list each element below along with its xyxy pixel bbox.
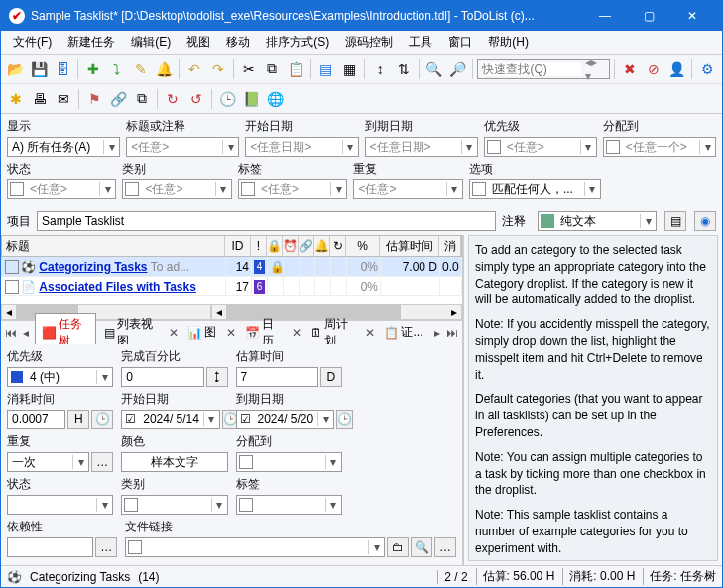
det-depend-btn[interactable]: …: [95, 537, 117, 557]
bell-icon[interactable]: 🔔: [153, 59, 175, 80]
det-pct[interactable]: 0: [121, 367, 203, 387]
det-repeat[interactable]: 一次▾: [7, 452, 89, 472]
menu-edit[interactable]: 编辑(E): [123, 32, 179, 53]
col-rep[interactable]: ↻: [330, 236, 346, 256]
menu-view[interactable]: 视图: [179, 32, 218, 53]
sort2-icon[interactable]: ⇅: [393, 59, 415, 80]
det-filelink[interactable]: ▾: [125, 537, 385, 557]
filter-opt[interactable]: 匹配任何人，...▾: [469, 179, 601, 199]
filter-due[interactable]: <任意日期>▾: [365, 137, 478, 157]
link-icon[interactable]: 🔗: [107, 88, 129, 110]
tab-chart[interactable]: 📊 图: [181, 322, 222, 343]
paste-icon[interactable]: 📋: [285, 59, 306, 80]
det-status[interactable]: ▾: [7, 495, 113, 515]
col-id[interactable]: ID: [225, 236, 251, 256]
col-clock[interactable]: ⏰: [283, 236, 299, 256]
menu-tools[interactable]: 工具: [401, 32, 440, 53]
table-row[interactable]: ⚽ Categorizing Tasks To ad... 14 4 🔒 0% …: [1, 257, 462, 277]
minimize-button[interactable]: —: [583, 1, 627, 31]
clock-icon[interactable]: 🕒: [216, 88, 238, 110]
undo-icon[interactable]: ↶: [183, 59, 205, 80]
tab-more[interactable]: 📋 证...: [378, 322, 428, 343]
filter-start[interactable]: <任意日期>▾: [245, 137, 358, 157]
security-icon[interactable]: 👤: [666, 59, 688, 80]
menu-help[interactable]: 帮助(H): [480, 32, 537, 53]
det-file-dots[interactable]: …: [434, 537, 456, 557]
filter-display[interactable]: A) 所有任务(A)▾: [7, 137, 120, 157]
addtask-icon[interactable]: ✚: [82, 59, 104, 80]
det-cons-unit[interactable]: H: [67, 410, 89, 429]
det-cons-clock[interactable]: 🕒: [91, 410, 113, 429]
det-color[interactable]: 样本文字: [121, 452, 227, 472]
det-pct-spin[interactable]: ⭥: [206, 367, 228, 387]
col-est[interactable]: 估算时间: [380, 236, 439, 256]
tab-last[interactable]: ⏭: [445, 326, 458, 340]
col-title[interactable]: 标题: [2, 236, 225, 256]
open-icon[interactable]: 📂: [5, 59, 27, 80]
det-est-unit[interactable]: D: [320, 367, 342, 387]
mail-icon[interactable]: ✉: [53, 88, 74, 110]
sync2-icon[interactable]: ↺: [185, 88, 207, 110]
det-est[interactable]: 7: [236, 367, 318, 387]
menu-file[interactable]: 文件(F): [5, 32, 60, 53]
delete-icon[interactable]: ✖: [619, 59, 641, 80]
det-depend[interactable]: [7, 537, 93, 557]
det-assign[interactable]: ▾: [236, 452, 342, 472]
notes-format[interactable]: 纯文本▾: [538, 211, 657, 231]
col-prio[interactable]: !: [251, 236, 267, 256]
dep-icon[interactable]: ⧉: [131, 88, 153, 110]
col-lock[interactable]: 🔒: [267, 236, 283, 256]
filter2-icon[interactable]: ▦: [339, 59, 361, 80]
findnext-icon[interactable]: 🔎: [447, 59, 469, 80]
book-icon[interactable]: 📗: [240, 88, 262, 110]
project-input[interactable]: [37, 211, 496, 231]
menu-src[interactable]: 源码控制: [337, 32, 401, 53]
notes-btn2[interactable]: ◉: [694, 211, 716, 231]
saveall-icon[interactable]: 🗄: [53, 59, 74, 80]
tab-first[interactable]: ⏮: [5, 326, 18, 340]
filter-title[interactable]: <任意>▾: [126, 137, 239, 157]
notes-btn1[interactable]: ▤: [664, 211, 686, 231]
det-start[interactable]: ☑2024/ 5/14▾: [121, 410, 220, 429]
edit-icon[interactable]: ✎: [130, 59, 152, 80]
addsub-icon[interactable]: ⤵: [106, 59, 128, 80]
det-prio[interactable]: 4 (中)▾: [7, 367, 113, 387]
save-icon[interactable]: 💾: [29, 59, 51, 80]
det-category[interactable]: ▾: [121, 495, 227, 515]
gear-icon[interactable]: ⚙: [696, 59, 718, 80]
notes-body[interactable]: To add an category to the selected task …: [468, 235, 718, 561]
filter-cat[interactable]: <任意>▾: [122, 179, 231, 199]
print-icon[interactable]: 🖶: [29, 88, 51, 110]
copy-icon[interactable]: ⧉: [261, 59, 283, 80]
sort-icon[interactable]: ↕: [369, 59, 391, 80]
filter-repeat[interactable]: <任意>▾: [353, 179, 462, 199]
col-pct[interactable]: %: [346, 236, 380, 256]
quickfind-box[interactable]: ◂▸ ▾: [477, 59, 610, 79]
close-button[interactable]: ✕: [670, 1, 714, 31]
cancel-icon[interactable]: ⊘: [643, 59, 664, 80]
filter-prio[interactable]: <任意>▾: [484, 137, 597, 157]
filter-assign[interactable]: <任意一个>▾: [603, 137, 716, 157]
filter-status[interactable]: <任意>▾: [7, 179, 116, 199]
menu-newtask[interactable]: 新建任务: [60, 32, 123, 53]
quickfind-input[interactable]: [482, 62, 581, 76]
filter-icon[interactable]: ▤: [315, 59, 337, 80]
maximize-button[interactable]: ▢: [627, 1, 670, 31]
col-bell[interactable]: 🔔: [314, 236, 330, 256]
filter-tag[interactable]: <任意>▾: [238, 179, 347, 199]
globe-icon[interactable]: 🌐: [264, 88, 286, 110]
det-file-search[interactable]: 🔍: [411, 537, 432, 557]
cut-icon[interactable]: ✂: [238, 59, 260, 80]
menu-move[interactable]: 移动: [218, 32, 258, 53]
det-repeat-btn[interactable]: …: [91, 452, 113, 472]
det-cons[interactable]: 0.0007: [7, 410, 65, 429]
det-due[interactable]: ☑2024/ 5/20▾: [236, 410, 335, 429]
puzzle-icon[interactable]: ✱: [5, 88, 27, 110]
det-file-browse[interactable]: 🗀: [387, 537, 409, 557]
col-link[interactable]: 🔗: [299, 236, 314, 256]
redo-icon[interactable]: ↷: [207, 59, 229, 80]
det-tags[interactable]: ▾: [236, 495, 342, 515]
findprev-icon[interactable]: 🔍: [423, 59, 445, 80]
menu-window[interactable]: 窗口: [440, 32, 480, 53]
sync-icon[interactable]: ↻: [162, 88, 183, 110]
